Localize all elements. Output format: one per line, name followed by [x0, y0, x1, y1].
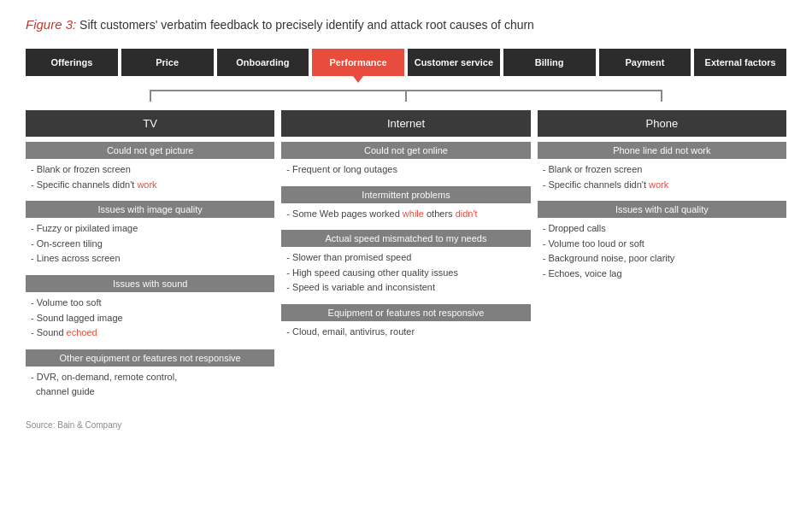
title-area: Figure 3: Sift customers' verbatim feedb… [26, 17, 786, 32]
list-item: - On-screen tiling [31, 237, 269, 252]
col-header-internet: Internet [281, 110, 530, 137]
issue-block-tv-2: Issues with sound - Volume too soft - So… [26, 275, 274, 346]
issue-block-tv-3: Other equipment or features not responsi… [26, 349, 274, 405]
column-tv: TV Could not get picture - Blank or froz… [26, 110, 274, 408]
issue-block-internet-3: Equipment or features not responsive - C… [281, 304, 530, 345]
issue-block-phone-1: Issues with call quality - Dropped calls… [538, 201, 786, 286]
vert-line-phone [661, 90, 662, 102]
list-item: - Lines across screen [31, 251, 269, 267]
issue-list-internet-2: - Slower than promised speed - High spee… [281, 249, 530, 301]
issue-header-internet-2: Actual speed mismatched to my needs [281, 230, 530, 247]
red-text: echoed [67, 327, 97, 337]
col-header-phone: Phone [538, 110, 786, 137]
issue-block-internet-2: Actual speed mismatched to my needs - Sl… [281, 230, 530, 301]
vert-line-tv [150, 90, 151, 102]
issue-block-tv-0: Could not get picture - Blank or frozen … [26, 142, 274, 197]
list-item: - Echoes, voice lag [543, 267, 781, 282]
list-item: - Speed is variable and inconsistent [286, 280, 525, 296]
red-text: while [403, 208, 424, 219]
issue-header-tv-3: Other equipment or features not responsi… [26, 349, 274, 367]
nav-external-factors[interactable]: External factors [694, 49, 786, 76]
list-item: - Some Web pages worked while others did… [286, 207, 525, 222]
issue-block-phone-0: Phone line did not work - Blank or froze… [538, 142, 786, 197]
issue-header-internet-1: Intermittent problems [281, 186, 530, 203]
figure-label: Figure 3: [26, 17, 76, 32]
issue-header-phone-0: Phone line did not work [538, 142, 786, 159]
issue-header-tv-1: Issues with image quality [26, 201, 274, 218]
issue-list-tv-2: - Volume too soft - Sound lagged image -… [26, 294, 274, 346]
list-item: - Sound lagged image [31, 311, 269, 326]
source-text: Source: Bain & Company [26, 420, 786, 430]
list-item: - DVR, on-demand, remote control, [31, 370, 269, 385]
issue-list-internet-0: - Frequent or long outages [281, 161, 530, 183]
connector-col-internet [281, 90, 530, 102]
list-item: - Frequent or long outages [286, 162, 525, 178]
top-nav: Offerings Price Onboarding Performance C… [26, 49, 786, 76]
column-internet: Internet Could not get online - Frequent… [281, 110, 530, 408]
list-item: - Cloud, email, antivirus, router [286, 325, 525, 340]
list-item: - Specific channels didn't work [31, 178, 269, 193]
issue-list-internet-3: - Cloud, email, antivirus, router [281, 323, 530, 345]
red-text: work [137, 179, 156, 190]
nav-performance[interactable]: Performance [312, 49, 404, 76]
issue-block-tv-1: Issues with image quality - Fuzzy or pix… [26, 201, 274, 272]
issue-list-tv-0: - Blank or frozen screen - Specific chan… [26, 161, 274, 197]
issue-header-phone-1: Issues with call quality [538, 201, 786, 218]
list-item: - Volume too loud or soft [543, 237, 781, 252]
issue-block-internet-0: Could not get online - Frequent or long … [281, 142, 530, 183]
issue-header-internet-3: Equipment or features not responsive [281, 304, 530, 321]
list-item: - Sound echoed [31, 326, 269, 341]
vert-line-internet [405, 90, 407, 102]
list-item: - High speed causing other quality issue… [286, 266, 525, 281]
issue-list-tv-3: - DVR, on-demand, remote control, channe… [26, 368, 274, 405]
connector-col-phone [538, 90, 786, 102]
red-text: didn't [456, 208, 478, 219]
list-item: - Specific channels didn't work [543, 178, 781, 193]
list-item: - Background noise, poor clarity [543, 251, 781, 267]
list-item: channel guide [31, 384, 269, 400]
issue-block-internet-1: Intermittent problems - Some Web pages w… [281, 186, 530, 227]
list-item: - Blank or frozen screen [543, 162, 781, 178]
list-item: - Dropped calls [543, 221, 781, 237]
nav-price[interactable]: Price [121, 49, 214, 76]
issue-header-tv-0: Could not get picture [26, 142, 274, 159]
column-phone: Phone Phone line did not work - Blank or… [538, 110, 786, 408]
connector-col-tv [26, 90, 274, 102]
col-header-tv: TV [26, 110, 274, 137]
issue-header-internet-0: Could not get online [281, 142, 530, 159]
nav-payment[interactable]: Payment [599, 49, 691, 76]
issue-header-tv-2: Issues with sound [26, 275, 274, 292]
nav-customer-service[interactable]: Customer service [408, 49, 500, 76]
nav-offerings[interactable]: Offerings [26, 49, 118, 76]
list-item: - Slower than promised speed [286, 250, 525, 266]
columns-area: TV Could not get picture - Blank or froz… [26, 110, 786, 408]
title-text: Sift customers' verbatim feedback to pre… [76, 18, 534, 32]
red-text: work [649, 179, 668, 190]
issue-list-phone-0: - Blank or frozen screen - Specific chan… [538, 161, 786, 197]
list-item: - Blank or frozen screen [31, 162, 269, 178]
issue-list-internet-1: - Some Web pages worked while others did… [281, 205, 530, 227]
list-item: - Fuzzy or pixilated image [31, 221, 269, 237]
connector-lines [26, 90, 786, 102]
list-item: - Volume too soft [31, 296, 269, 311]
nav-billing[interactable]: Billing [503, 49, 596, 76]
issue-list-phone-1: - Dropped calls - Volume too loud or sof… [538, 220, 786, 286]
issue-list-tv-1: - Fuzzy or pixilated image - On-screen t… [26, 220, 274, 272]
nav-onboarding[interactable]: Onboarding [217, 49, 309, 76]
